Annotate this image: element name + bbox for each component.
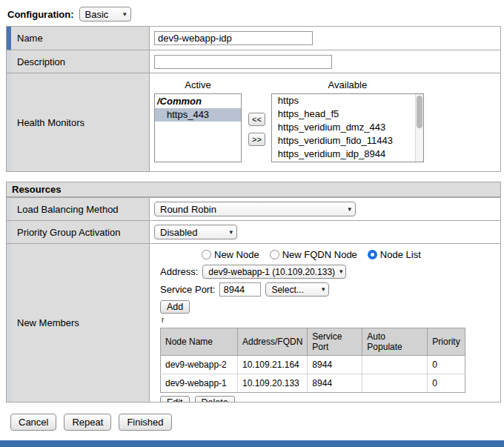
pool-configuration-page: Configuration: Basic ▾ Name Description	[0, 0, 504, 447]
cancel-button[interactable]: Cancel	[10, 414, 56, 431]
cell-auto-populate	[362, 374, 428, 393]
address-value: dev9-webapp-1 (10.109.20.133)	[208, 267, 335, 277]
edit-delete-row: Edit Delete	[160, 396, 235, 402]
chevron-down-icon: ▾	[339, 268, 343, 275]
resources-section-header: Resources	[6, 182, 501, 197]
service-port-label: Service Port:	[160, 284, 215, 295]
table-row[interactable]: dev9-webapp-2 10.109.21.164 8944 0	[161, 356, 465, 374]
chevron-down-icon: ▾	[123, 11, 127, 18]
radio-new-fqdn-node[interactable]: New FQDN Node	[270, 249, 357, 260]
chevron-down-icon: ▾	[322, 286, 325, 293]
address-label: Address:	[160, 266, 198, 277]
load-balancing-select[interactable]: Round Robin ▾	[154, 202, 356, 216]
active-monitors-listbox[interactable]: /Common https_443	[154, 93, 242, 162]
move-to-available-button[interactable]: >>	[248, 133, 265, 146]
chevron-down-icon: ▾	[348, 206, 351, 213]
priority-group-label: Priority Group Activation	[17, 227, 120, 238]
name-label: Name	[17, 33, 43, 44]
new-members-row: New Members New Node New FQDN Node Node …	[7, 243, 500, 402]
column-header: Address/FQDN	[238, 328, 308, 356]
description-row: Description	[7, 50, 500, 73]
cell-auto-populate	[362, 356, 428, 374]
cell-node-name: dev9-webapp-2	[161, 356, 238, 374]
radio-circle-icon	[270, 250, 279, 259]
scrollbar[interactable]	[415, 94, 423, 162]
radio-circle-icon	[202, 250, 211, 259]
finished-button[interactable]: Finished	[119, 414, 171, 431]
general-properties-table: Name Description Health Monitors Active	[6, 26, 501, 172]
form-action-buttons: Cancel Repeat Finished	[10, 414, 172, 431]
available-monitor-item[interactable]: https_veridium_dmz_443	[272, 121, 423, 134]
name-row: Name	[7, 27, 500, 50]
radio-label: Node List	[380, 249, 421, 260]
configuration-label: Configuration:	[7, 9, 74, 20]
cell-service-port: 8944	[308, 374, 362, 393]
column-header: Service Port	[308, 328, 362, 356]
available-monitor-item[interactable]: https_head_f5	[272, 107, 423, 121]
port-preset-select[interactable]: Select... ▾	[265, 282, 329, 297]
add-row: Add	[160, 300, 190, 314]
radio-label: New FQDN Node	[282, 249, 357, 260]
configuration-select[interactable]: Basic ▾	[79, 7, 131, 21]
bottom-accent-bar	[0, 440, 504, 447]
active-monitor-item[interactable]: https_443	[155, 108, 241, 122]
name-input[interactable]	[154, 31, 313, 45]
cell-service-port: 8944	[308, 356, 362, 374]
cell-priority: 0	[428, 356, 465, 374]
port-preset-value: Select...	[271, 285, 303, 295]
available-monitor-item[interactable]: https_veridium_fido_11443	[272, 134, 423, 148]
description-label: Description	[17, 56, 65, 67]
cell-address: 10.109.20.133	[238, 374, 308, 393]
edit-button[interactable]: Edit	[160, 396, 190, 402]
description-input[interactable]	[154, 55, 332, 69]
priority-group-value: Disabled	[160, 227, 198, 238]
health-monitors-label: Health Monitors	[17, 117, 84, 128]
load-balancing-label: Load Balancing Method	[17, 204, 119, 215]
available-list-title: Available	[271, 79, 424, 93]
service-port-row: Service Port: Select... ▾	[160, 282, 329, 297]
priority-group-select[interactable]: Disabled ▾	[154, 225, 237, 239]
available-monitor-item[interactable]: https	[272, 94, 423, 107]
address-select[interactable]: dev9-webapp-1 (10.109.20.133) ▾	[202, 265, 346, 279]
move-to-active-button[interactable]: <<	[248, 113, 265, 126]
add-button[interactable]: Add	[160, 300, 190, 314]
column-header: Node Name	[161, 328, 238, 356]
radio-label: New Node	[214, 249, 259, 260]
cell-address: 10.109.21.164	[238, 356, 308, 374]
resources-table: Load Balancing Method Round Robin ▾ Prio…	[6, 197, 501, 403]
members-table: Node Name Address/FQDN Service Port Auto…	[160, 328, 465, 393]
stray-text: r	[162, 317, 164, 323]
cell-priority: 0	[428, 374, 465, 393]
repeat-button[interactable]: Repeat	[64, 414, 111, 431]
member-type-radio-group: New Node New FQDN Node Node List	[202, 249, 421, 260]
health-monitors-row: Health Monitors Active /Common https_443…	[7, 73, 500, 171]
new-members-label: New Members	[17, 317, 79, 328]
address-row: Address: dev9-webapp-1 (10.109.20.133) ▾	[160, 265, 346, 279]
cell-node-name: dev9-webapp-1	[161, 374, 238, 393]
scrollbar-thumb[interactable]	[417, 96, 422, 128]
table-row[interactable]: dev9-webapp-1 10.109.20.133 8944 0	[161, 374, 465, 393]
service-port-input[interactable]	[219, 282, 261, 297]
radio-node-list[interactable]: Node List	[368, 249, 421, 260]
column-header: Auto Populate	[362, 328, 428, 356]
configuration-row: Configuration: Basic ▾	[7, 7, 131, 21]
delete-button[interactable]: Delete	[195, 396, 235, 402]
chevron-down-icon: ▾	[229, 229, 233, 236]
priority-group-row: Priority Group Activation Disabled ▾	[7, 220, 500, 243]
members-table-header-row: Node Name Address/FQDN Service Port Auto…	[161, 328, 465, 356]
load-balancing-row: Load Balancing Method Round Robin ▾	[7, 198, 500, 220]
radio-new-node[interactable]: New Node	[202, 249, 259, 260]
configuration-select-value: Basic	[85, 9, 109, 20]
available-monitor-item[interactable]: https_veridium_idp_8944	[272, 148, 423, 161]
load-balancing-value: Round Robin	[160, 204, 216, 215]
column-header: Priority	[428, 328, 465, 356]
resources-title: Resources	[12, 184, 61, 195]
radio-circle-icon	[368, 250, 377, 259]
active-list-title: Active	[154, 79, 242, 93]
available-monitors-listbox[interactable]: https https_head_f5 https_veridium_dmz_4…	[271, 93, 424, 162]
monitor-partition-group: /Common	[155, 94, 241, 108]
